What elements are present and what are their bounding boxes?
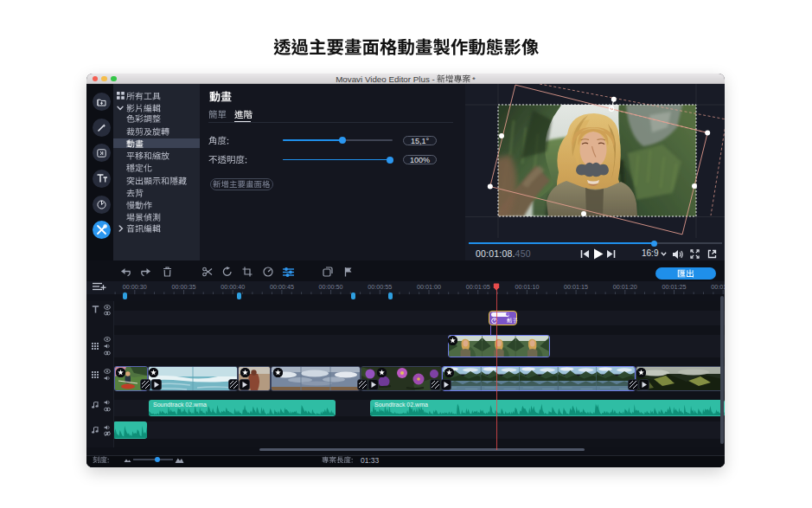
- svg-text:00:01:10: 00:01:10: [515, 283, 539, 291]
- svg-text:00:01:30: 00:01:30: [711, 283, 725, 291]
- svg-text:00:00:35: 00:00:35: [172, 283, 196, 291]
- svg-text:00:00:50: 00:00:50: [319, 283, 343, 291]
- svg-text:00:01:20: 00:01:20: [613, 283, 637, 291]
- svg-text:00:01:00: 00:01:00: [417, 283, 441, 291]
- svg-text:00:00:30: 00:00:30: [123, 283, 147, 291]
- svg-text:00:00:55: 00:00:55: [368, 283, 392, 291]
- svg-text:00:00:40: 00:00:40: [221, 283, 245, 291]
- svg-text:00:00:45: 00:00:45: [270, 283, 294, 291]
- svg-text:00:01:05: 00:01:05: [466, 283, 490, 291]
- svg-text:00:01:15: 00:01:15: [564, 283, 588, 291]
- svg-text:00:01:25: 00:01:25: [662, 283, 687, 291]
